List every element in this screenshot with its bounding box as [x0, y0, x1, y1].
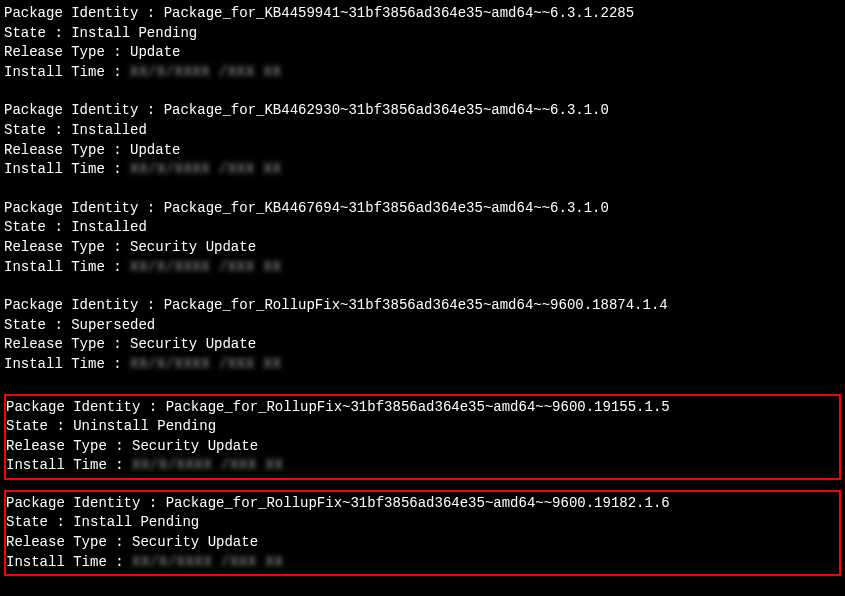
release-type-value: Security Update — [130, 336, 256, 352]
release-type-line: Release Type : Security Update — [6, 437, 839, 457]
release-type-label: Release Type : — [4, 142, 130, 158]
identity-value: Package_for_RollupFix~31bf3856ad364e35~a… — [166, 399, 670, 415]
install-time-label: Install Time : — [4, 356, 130, 372]
release-type-label: Release Type : — [6, 438, 132, 454]
release-type-line: Release Type : Security Update — [4, 238, 841, 258]
package-block: Package Identity : Package_for_RollupFix… — [4, 296, 841, 374]
install-time-label: Install Time : — [6, 457, 132, 473]
state-line: State : Install Pending — [4, 24, 841, 44]
release-type-line: Release Type : Update — [4, 43, 841, 63]
package-identity-line: Package Identity : Package_for_RollupFix… — [6, 398, 839, 418]
install-time-value: XX/X/XXXX /XXX XX — [132, 554, 283, 570]
identity-value: Package_for_RollupFix~31bf3856ad364e35~a… — [164, 297, 668, 313]
release-type-line: Release Type : Security Update — [6, 533, 839, 553]
identity-label: Package Identity : — [4, 102, 164, 118]
package-identity-line: Package Identity : Package_for_KB4467694… — [4, 199, 841, 219]
release-type-value: Update — [130, 44, 180, 60]
package-identity-line: Package Identity : Package_for_KB4462930… — [4, 101, 841, 121]
install-time-value: XX/X/XXXX /XXX XX — [130, 356, 281, 372]
state-line: State : Install Pending — [6, 513, 839, 533]
install-time-line: Install Time : XX/X/XXXX /XXX XX — [4, 355, 841, 375]
release-type-value: Update — [130, 142, 180, 158]
install-time-value: XX/X/XXXX /XXX XX — [132, 457, 283, 473]
state-label: State : — [6, 418, 73, 434]
release-type-label: Release Type : — [4, 336, 130, 352]
state-value: Installed — [71, 122, 147, 138]
state-line: State : Installed — [4, 121, 841, 141]
install-time-label: Install Time : — [4, 161, 130, 177]
release-type-line: Release Type : Security Update — [4, 335, 841, 355]
release-type-line: Release Type : Update — [4, 141, 841, 161]
install-time-line: Install Time : XX/X/XXXX /XXX XX — [4, 63, 841, 83]
state-value: Install Pending — [71, 25, 197, 41]
state-label: State : — [4, 25, 71, 41]
release-type-value: Security Update — [132, 438, 258, 454]
terminal-output: Package Identity : Package_for_KB4459941… — [4, 4, 841, 576]
package-identity-line: Package Identity : Package_for_KB4459941… — [4, 4, 841, 24]
identity-label: Package Identity : — [6, 399, 166, 415]
install-time-line: Install Time : XX/X/XXXX /XXX XX — [6, 456, 839, 476]
state-label: State : — [4, 219, 71, 235]
install-time-line: Install Time : XX/X/XXXX /XXX XX — [4, 160, 841, 180]
release-type-label: Release Type : — [6, 534, 132, 550]
state-line: State : Installed — [4, 218, 841, 238]
state-line: State : Uninstall Pending — [6, 417, 839, 437]
package-identity-line: Package Identity : Package_for_RollupFix… — [4, 296, 841, 316]
package-block: Package Identity : Package_for_KB4459941… — [4, 4, 841, 82]
package-block: Package Identity : Package_for_RollupFix… — [4, 394, 841, 480]
state-line: State : Superseded — [4, 316, 841, 336]
identity-value: Package_for_KB4459941~31bf3856ad364e35~a… — [164, 5, 634, 21]
state-value: Uninstall Pending — [73, 418, 216, 434]
install-time-line: Install Time : XX/X/XXXX /XXX XX — [6, 553, 839, 573]
state-label: State : — [6, 514, 73, 530]
release-type-label: Release Type : — [4, 44, 130, 60]
identity-value: Package_for_KB4462930~31bf3856ad364e35~a… — [164, 102, 609, 118]
identity-label: Package Identity : — [4, 200, 164, 216]
identity-label: Package Identity : — [4, 5, 164, 21]
install-time-value: XX/X/XXXX /XXX XX — [130, 259, 281, 275]
package-block: Package Identity : Package_for_RollupFix… — [4, 490, 841, 576]
install-time-line: Install Time : XX/X/XXXX /XXX XX — [4, 258, 841, 278]
install-time-value: XX/X/XXXX /XXX XX — [130, 64, 281, 80]
package-block: Package Identity : Package_for_KB4467694… — [4, 199, 841, 277]
package-block: Package Identity : Package_for_KB4462930… — [4, 101, 841, 179]
identity-value: Package_for_KB4467694~31bf3856ad364e35~a… — [164, 200, 609, 216]
state-value: Superseded — [71, 317, 155, 333]
install-time-value: XX/X/XXXX /XXX XX — [130, 161, 281, 177]
release-type-value: Security Update — [132, 534, 258, 550]
release-type-label: Release Type : — [4, 239, 130, 255]
identity-value: Package_for_RollupFix~31bf3856ad364e35~a… — [166, 495, 670, 511]
identity-label: Package Identity : — [6, 495, 166, 511]
state-label: State : — [4, 122, 71, 138]
install-time-label: Install Time : — [4, 259, 130, 275]
install-time-label: Install Time : — [4, 64, 130, 80]
package-identity-line: Package Identity : Package_for_RollupFix… — [6, 494, 839, 514]
install-time-label: Install Time : — [6, 554, 132, 570]
state-value: Installed — [71, 219, 147, 235]
state-label: State : — [4, 317, 71, 333]
state-value: Install Pending — [73, 514, 199, 530]
release-type-value: Security Update — [130, 239, 256, 255]
identity-label: Package Identity : — [4, 297, 164, 313]
